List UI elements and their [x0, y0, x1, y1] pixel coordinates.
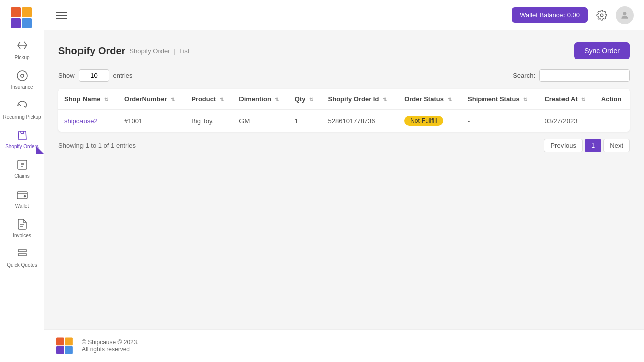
sort-icon-product: ⇅	[220, 97, 224, 102]
breadcrumb-current: List	[179, 47, 189, 55]
sidebar-item-claims-label: Claims	[14, 173, 30, 179]
prev-page-button[interactable]: Previous	[544, 139, 583, 152]
page-header: Shopify Order Shopify Order | List Sync …	[58, 42, 630, 59]
search-input[interactable]	[539, 69, 630, 82]
svg-point-4	[21, 74, 24, 77]
sidebar-item-insurance[interactable]: Insurance	[0, 65, 44, 95]
col-order-number[interactable]: OrderNumber ⇅	[118, 89, 185, 109]
recurring-icon	[15, 99, 29, 113]
breadcrumb-separator: |	[174, 47, 175, 55]
page-title: Shopify Order	[58, 45, 125, 57]
sort-icon-order-number: ⇅	[171, 97, 175, 102]
wallet-icon	[15, 188, 29, 202]
header-left	[54, 10, 69, 21]
footer-text: © Shipcause © 2023. All rights reserved	[82, 339, 139, 353]
col-created-at[interactable]: Created At ⇅	[538, 89, 595, 109]
sort-icon-qty: ⇅	[309, 97, 313, 102]
col-shipment-status[interactable]: Shipment Status ⇅	[462, 89, 538, 109]
header-right: Wallet Balance: 0.00	[512, 6, 634, 24]
svg-rect-12	[56, 346, 64, 354]
footer-copyright: © Shipcause © 2023.	[82, 339, 139, 346]
svg-point-7	[24, 196, 25, 197]
sort-icon-shop-name: ⇅	[104, 97, 108, 102]
sidebar-item-invoices-label: Invoices	[13, 233, 31, 239]
next-page-button[interactable]: Next	[603, 139, 630, 152]
svg-rect-6	[17, 192, 27, 199]
sidebar: Pickup Insurance Recurring Pickup	[0, 0, 44, 362]
header: Wallet Balance: 0.00	[44, 0, 644, 30]
sidebar-item-insurance-label: Insurance	[11, 84, 33, 90]
settings-icon[interactable]	[594, 7, 610, 23]
insurance-icon	[15, 69, 29, 83]
sidebar-item-claims[interactable]: Claims	[0, 154, 44, 184]
svg-point-8	[600, 14, 603, 17]
svg-rect-3	[22, 18, 32, 28]
footer: © Shipcause © 2023. All rights reserved	[44, 329, 644, 362]
col-dimention[interactable]: Dimention ⇅	[233, 89, 289, 109]
table-controls: Show entries Search:	[58, 69, 630, 82]
svg-rect-1	[22, 7, 32, 17]
sidebar-item-shopify-orders[interactable]: Shopify Orders	[0, 124, 44, 154]
page-title-area: Shopify Order Shopify Order | List	[58, 45, 189, 57]
content-area: Shopify Order Shopify Order | List Sync …	[44, 30, 644, 329]
sidebar-item-quick-quotes[interactable]: Quick Quotes	[0, 243, 44, 273]
pickup-icon	[15, 39, 29, 53]
sync-order-button[interactable]: Sync Order	[574, 42, 630, 59]
svg-rect-13	[65, 346, 73, 354]
avatar[interactable]	[616, 6, 634, 24]
col-shopify-order-id[interactable]: Shopify Order Id ⇅	[322, 89, 398, 109]
sidebar-item-wallet[interactable]: Wallet	[0, 184, 44, 213]
svg-rect-2	[11, 18, 21, 28]
cell-qty: 1	[289, 109, 322, 132]
invoices-icon	[15, 217, 29, 231]
entries-input[interactable]	[79, 69, 109, 82]
sidebar-item-wallet-label: Wallet	[15, 203, 29, 209]
sidebar-item-recurring-pickup[interactable]: Recurring Pickup	[0, 95, 44, 124]
col-qty[interactable]: Qty ⇅	[289, 89, 322, 109]
cell-shipment-status: -	[462, 109, 538, 132]
sort-icon-dimention: ⇅	[275, 97, 279, 102]
cell-shopify-order-id: 5286101778736	[322, 109, 398, 132]
main-area: Wallet Balance: 0.00 Shopify Order	[44, 0, 644, 362]
quotes-icon	[15, 247, 29, 261]
pagination: Previous 1 Next	[544, 139, 630, 152]
entries-label: entries	[113, 72, 133, 79]
showing-text: Showing 1 to 1 of 1 entries	[58, 142, 136, 149]
col-order-status[interactable]: Order Status ⇅	[398, 89, 462, 109]
table-footer: Showing 1 to 1 of 1 entries Previous 1 N…	[58, 139, 630, 152]
svg-point-9	[623, 12, 627, 15]
cell-action	[595, 109, 630, 132]
show-label: Show	[58, 72, 75, 79]
footer-logo	[56, 337, 74, 355]
shopify-icon	[15, 128, 29, 142]
sidebar-item-pickup-label: Pickup	[14, 55, 29, 61]
hamburger-button[interactable]	[54, 10, 69, 21]
cell-order-number: #1001	[118, 109, 185, 132]
cell-shop-name: shipcause2	[58, 109, 118, 132]
svg-rect-10	[56, 338, 64, 346]
breadcrumb-link[interactable]: Shopify Order	[129, 47, 170, 55]
sort-icon-shopify-order-id: ⇅	[383, 97, 387, 102]
wallet-balance-button[interactable]: Wallet Balance: 0.00	[512, 7, 588, 23]
cell-product: Big Toy.	[185, 109, 233, 132]
search-label: Search:	[513, 72, 535, 79]
cell-order-status: Not-Fullfill	[398, 109, 462, 132]
logo	[8, 5, 36, 30]
sidebar-item-shopify-label: Shopify Orders	[5, 144, 39, 150]
sidebar-item-pickup[interactable]: Pickup	[0, 35, 44, 65]
col-product[interactable]: Product ⇅	[185, 89, 233, 109]
table-header-row: Shop Name ⇅ OrderNumber ⇅ Product ⇅ Dime…	[58, 89, 630, 109]
status-badge: Not-Fullfill	[404, 116, 443, 126]
breadcrumb: Shopify Order | List	[129, 47, 189, 55]
page-1-button[interactable]: 1	[585, 139, 601, 152]
col-action: Action	[595, 89, 630, 109]
col-shop-name[interactable]: Shop Name ⇅	[58, 89, 118, 109]
sidebar-item-quotes-label: Quick Quotes	[7, 262, 37, 268]
sort-icon-order-status: ⇅	[448, 97, 452, 102]
claims-icon	[15, 158, 29, 172]
show-entries-control: Show entries	[58, 69, 133, 82]
search-area: Search:	[513, 69, 630, 82]
svg-rect-11	[65, 338, 73, 346]
sidebar-item-invoices[interactable]: Invoices	[0, 213, 44, 243]
orders-table-wrapper: Shop Name ⇅ OrderNumber ⇅ Product ⇅ Dime…	[58, 89, 630, 132]
